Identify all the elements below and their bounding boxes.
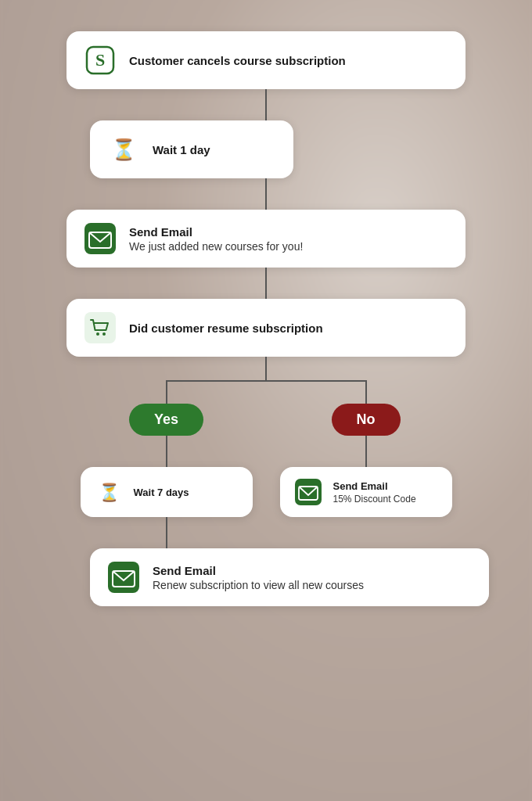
yes-v-line-2 [166, 436, 167, 467]
trigger-label: Customer cancels course subscription [129, 54, 346, 67]
svg-rect-5 [84, 312, 116, 343]
trigger-icon: S [82, 42, 118, 78]
svg-text:S: S [95, 50, 105, 70]
svg-text:⏳: ⏳ [111, 137, 137, 162]
wait1-label: Wait 1 day [153, 143, 210, 156]
condition-label: Did customer resume subscription [129, 321, 323, 335]
svg-point-6 [96, 332, 99, 336]
wait2-label: Wait 7 days [134, 487, 189, 498]
email3-subtitle: Renew subscription to view all new cours… [153, 579, 364, 591]
no-button[interactable]: No [332, 404, 401, 436]
email-icon-3 [106, 559, 142, 595]
condition-node: Did customer resume subscription [66, 299, 466, 357]
email2-subtitle: 15% Discount Code [333, 494, 416, 505]
email-icon-1 [82, 221, 118, 257]
email1-node: Send Email We just added new courses for… [66, 210, 466, 268]
email3-node: Send Email Renew subscription to view al… [90, 548, 489, 606]
wait1-node: ⏳ Wait 1 day [90, 120, 293, 178]
branch-top-line [265, 357, 267, 380]
branch-container: Yes ⏳ Wait 7 days No [66, 357, 466, 548]
email2-title: Send Email [333, 480, 416, 492]
email1-title: Send Email [129, 225, 303, 239]
connector-2 [265, 178, 267, 210]
trigger-node: S Customer cancels course subscription [66, 31, 466, 89]
wait2-node: ⏳ Wait 7 days [81, 467, 253, 517]
hourglass-icon-2: ⏳ [93, 476, 124, 508]
cart-icon [82, 310, 118, 346]
connector-1 [265, 89, 267, 120]
no-branch: No Send Email 15% Discount Code [266, 380, 466, 517]
no-v-line-2 [365, 436, 367, 467]
trigger-text: Customer cancels course subscription [129, 54, 346, 67]
h-branch-line [167, 380, 366, 382]
svg-point-7 [102, 332, 106, 336]
no-v-line [365, 380, 367, 404]
email2-node: Send Email 15% Discount Code [280, 467, 452, 517]
email-icon-2 [293, 476, 324, 508]
yes-v-line [166, 380, 167, 404]
connector-3 [265, 268, 267, 299]
yes-branch: Yes ⏳ Wait 7 days [66, 380, 266, 517]
email1-subtitle: We just added new courses for you! [129, 240, 303, 253]
svg-text:⏳: ⏳ [98, 482, 120, 503]
email3-title: Send Email [153, 564, 364, 577]
yes-button[interactable]: Yes [129, 404, 203, 436]
final-connector [166, 517, 167, 548]
hourglass-icon-1: ⏳ [106, 131, 142, 167]
